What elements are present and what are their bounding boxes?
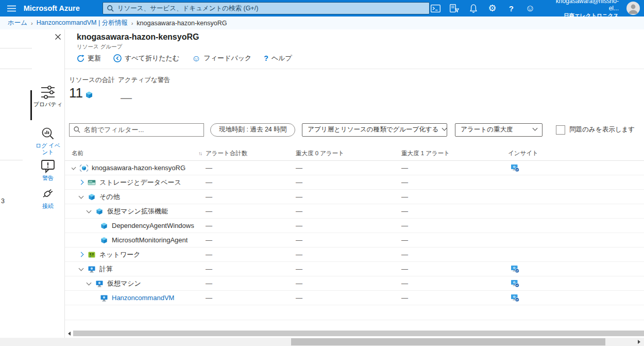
row-label[interactable]: MicrosoftMonitoringAgent — [112, 236, 188, 244]
table-row[interactable]: 仮想マシン拡張機能 — — — — [65, 204, 644, 219]
hamburger-menu-icon[interactable] — [0, 0, 24, 17]
total-resources-label: リソースの合計 — [69, 76, 115, 85]
page-title: knogasawara-hazon-kensyoRG — [77, 32, 199, 42]
expand-chevron[interactable] — [79, 193, 84, 199]
column-insights[interactable]: インサイト — [508, 150, 644, 157]
alert-severity-value: アラートの重大度 — [461, 125, 513, 134]
row-label[interactable]: その他 — [99, 192, 120, 202]
help-question-icon: ? — [264, 55, 268, 62]
expand-chevron[interactable] — [79, 180, 84, 185]
active-alerts-value: — — [121, 91, 131, 105]
expand-chevron[interactable] — [79, 266, 84, 271]
table-row[interactable]: ストレージとデータベース — — — — [65, 175, 644, 190]
alert-total-value: — — [206, 279, 296, 287]
row-label[interactable]: ストレージとデータベース — [99, 178, 181, 187]
alert-severity-dropdown[interactable]: アラートの重大度 — [455, 123, 543, 137]
sev0-value: — — [296, 164, 401, 172]
inner-scrollbar-thumb[interactable] — [73, 331, 644, 336]
only-issues-checkbox[interactable] — [556, 125, 565, 135]
column-alert-total[interactable]: アラート合計数 — [206, 150, 296, 157]
column-name[interactable]: 名前 — [72, 150, 83, 157]
tab-properties[interactable]: プロパティ — [32, 85, 64, 108]
tree-indent — [72, 283, 87, 284]
directory-filter-icon[interactable] — [449, 3, 460, 14]
tab-log-events[interactable]: ログ イベント — [32, 126, 64, 156]
name-filter-input[interactable] — [84, 126, 199, 134]
insight-icon[interactable] — [511, 279, 519, 288]
brand-title[interactable]: Microsoft Azure — [24, 4, 80, 12]
alert-total-value: — — [206, 222, 296, 229]
sev1-value: — — [401, 207, 508, 215]
row-label[interactable]: 計算 — [99, 265, 113, 274]
alert-total-value: — — [206, 251, 296, 258]
plug-icon — [32, 186, 64, 201]
feedback-smiley-icon: ☺ — [192, 54, 200, 63]
close-icon[interactable] — [53, 32, 62, 41]
sev1-value: — — [401, 164, 508, 172]
global-search-box[interactable] — [103, 2, 430, 14]
row-label[interactable]: DependencyAgentWindows — [112, 222, 194, 229]
sort-icons[interactable]: ↑↓ — [198, 151, 201, 156]
network-icon — [88, 251, 96, 259]
expand-chevron[interactable] — [72, 164, 76, 170]
help-icon[interactable]: ? — [505, 3, 517, 14]
row-label[interactable]: ネットワーク — [99, 250, 141, 259]
expand-chevron[interactable] — [87, 280, 92, 285]
table-row[interactable]: MicrosoftMonitoringAgent — — — — [65, 233, 644, 248]
alert-total-value: — — [206, 207, 296, 215]
time-range-button[interactable]: 現地時刻 : 過去 24 時間 — [210, 123, 295, 137]
account-info[interactable]: knogasawara@nissho-el... 日商エレクトロニクス — [547, 0, 619, 19]
table-row[interactable]: その他 — — — — [65, 190, 644, 204]
refresh-button[interactable]: 更新 — [77, 54, 101, 63]
inner-horizontal-scrollbar[interactable] — [65, 330, 644, 337]
cloud-shell-icon[interactable] — [430, 3, 441, 14]
cube-icon — [100, 236, 108, 244]
global-search-input[interactable] — [117, 5, 426, 12]
expand-chevron[interactable] — [87, 208, 92, 213]
chevron-down-icon — [533, 126, 538, 131]
only-issues-checkbox-group[interactable]: 問題のみを表示します — [556, 125, 635, 135]
table-row[interactable]: 計算 — — — — [65, 262, 644, 276]
table-row[interactable]: DependencyAgentWindows — — — — [65, 219, 644, 233]
feedback-smiley-icon[interactable]: ☺ — [524, 3, 536, 14]
settings-gear-icon[interactable]: ⚙ — [487, 3, 498, 14]
breadcrumb-home[interactable]: ホーム — [8, 19, 27, 27]
tab-label: ログ イベント — [32, 142, 64, 156]
tree-indent — [72, 269, 79, 269]
feedback-button[interactable]: ☺ フィードバック — [192, 54, 251, 63]
tab-connections[interactable]: 接続 — [32, 186, 64, 209]
scroll-left-arrow[interactable] — [65, 330, 73, 337]
search-icon — [74, 126, 80, 133]
insight-icon[interactable] — [511, 293, 519, 302]
name-filter-box[interactable] — [69, 123, 204, 137]
tab-alerts[interactable]: 警告 — [32, 159, 64, 182]
outer-scrollbar-thumb[interactable] — [291, 338, 605, 345]
breadcrumb-separator: › — [131, 20, 133, 26]
table-row[interactable]: HanzoncommandVM — — — — [65, 291, 644, 305]
table-row[interactable]: 仮想マシン — — — — [65, 276, 644, 291]
row-label[interactable]: knogasawara-hazon-kensyoRG — [92, 164, 185, 172]
collapse-all-button[interactable]: すべて折りたたむ — [113, 54, 179, 63]
sev0-value: — — [296, 279, 401, 287]
insight-icon[interactable] — [511, 265, 519, 273]
avatar[interactable] — [626, 2, 640, 15]
row-label[interactable]: HanzoncommandVM — [112, 294, 174, 302]
outer-horizontal-scrollbar[interactable] — [0, 338, 644, 346]
scroll-right-arrow[interactable] — [635, 338, 643, 346]
resource-group-icon — [80, 164, 88, 172]
group-by-dropdown[interactable]: アプリ層とリソースの種類でグループ化する — [302, 123, 447, 137]
row-label[interactable]: 仮想マシン拡張機能 — [107, 207, 168, 216]
breadcrumb-vm-insights[interactable]: HanzoncommandVM | 分析情報 — [37, 19, 128, 27]
insight-icon[interactable] — [511, 163, 519, 172]
row-label[interactable]: 仮想マシン — [107, 279, 141, 288]
expand-chevron[interactable] — [79, 252, 84, 257]
column-sev1[interactable]: 重大度 1 アラート — [401, 150, 508, 157]
table-row[interactable]: ネットワーク — — — — [65, 248, 644, 262]
table-row[interactable]: knogasawara-hazon-kensyoRG — — — — [65, 161, 644, 175]
column-sev0[interactable]: 重大度 0 アラート — [296, 150, 401, 157]
notifications-bell-icon[interactable] — [468, 3, 479, 14]
sev1-value: — — [401, 294, 508, 302]
sev1-value: — — [401, 279, 508, 287]
total-resources-value: 11 — [69, 85, 93, 101]
help-button[interactable]: ? ヘルプ — [264, 54, 292, 63]
